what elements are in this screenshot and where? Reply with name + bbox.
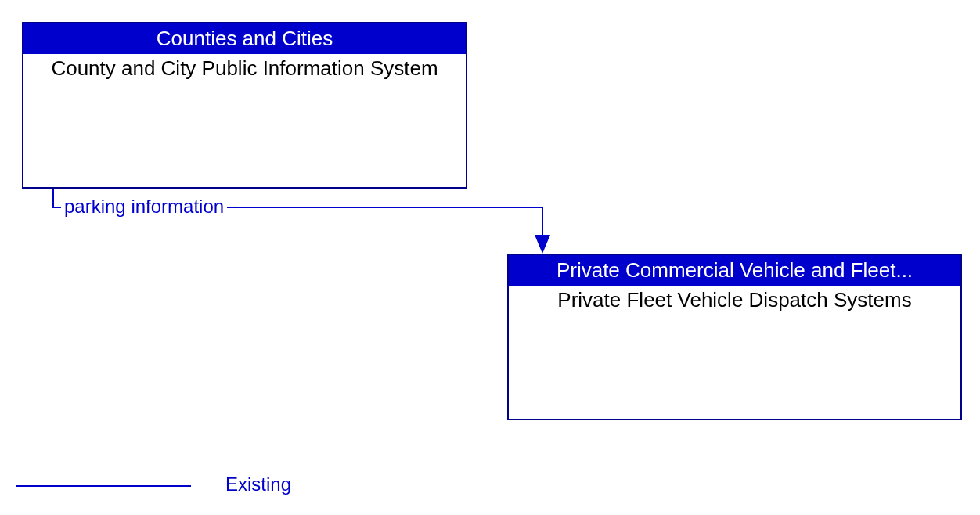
box-counties-cities-body: County and City Public Information Syste… bbox=[23, 54, 466, 81]
box-counties-cities-header: Counties and Cities bbox=[23, 23, 466, 54]
box-counties-cities[interactable]: Counties and Cities County and City Publ… bbox=[22, 22, 467, 189]
box-private-fleet-header: Private Commercial Vehicle and Fleet... bbox=[509, 255, 960, 286]
box-private-fleet-body: Private Fleet Vehicle Dispatch Systems bbox=[509, 286, 960, 312]
flow-label-parking-information: parking information bbox=[61, 196, 227, 218]
box-private-fleet[interactable]: Private Commercial Vehicle and Fleet... … bbox=[507, 254, 962, 420]
legend-label-existing: Existing bbox=[225, 474, 291, 495]
legend-line-existing bbox=[16, 485, 191, 487]
